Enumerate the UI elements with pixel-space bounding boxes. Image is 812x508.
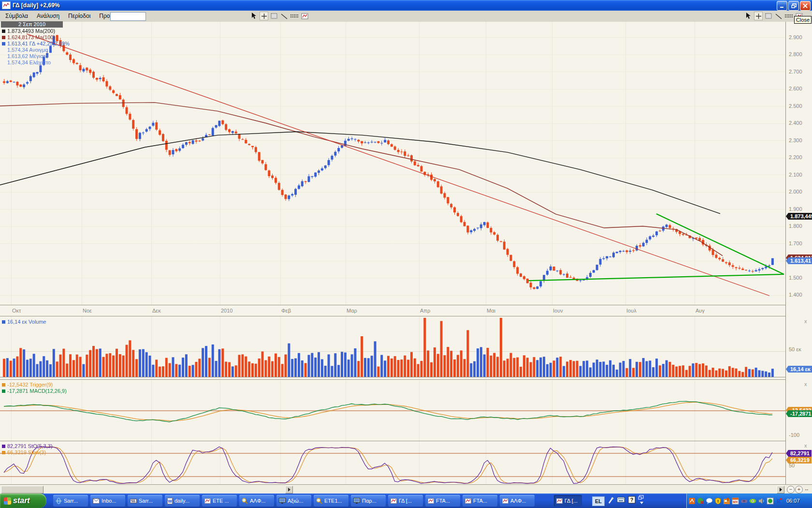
axis-label-1.400: 1.400: [789, 292, 802, 298]
chart-icon: [556, 498, 563, 504]
taskbar-clock[interactable]: 06:07: [786, 498, 800, 504]
legend-row-1: 1.624,8173 Ma(100): [2, 34, 55, 40]
taskbar-button-ete[interactable]: ETE ...: [202, 495, 237, 507]
help-icon[interactable]: ?: [628, 496, 636, 504]
tray-app-orange-icon[interactable]: [688, 497, 696, 505]
tray-antivirus-icon[interactable]: [697, 497, 704, 505]
restore-toolbar-icon[interactable]: [638, 495, 644, 500]
taskbar-button-sarr[interactable]: Sarr...: [128, 495, 162, 507]
restore-button[interactable]: [788, 1, 799, 11]
month-label-Νοε: Νοε: [83, 308, 92, 314]
stochastic-chart-canvas[interactable]: [0, 442, 785, 484]
chart-icon: [465, 498, 471, 504]
application-window: ΓΔ [daily] +2,69% ΣύμβολαΑνάλυσηΠερίοδοι…: [0, 0, 812, 508]
stochastic-panel-close-icon[interactable]: x: [804, 443, 807, 448]
region-tool-icon[interactable]: [270, 12, 278, 20]
scroll-end-icon[interactable]: [777, 486, 784, 493]
taskbar-button-sarr[interactable]: Sarr...: [53, 495, 88, 507]
close-button[interactable]: [800, 1, 811, 11]
taskbar-button-daily[interactable]: Wdaily...: [165, 495, 200, 507]
fit-width-icon[interactable]: ↔: [803, 486, 810, 493]
axis-label-2.900: 2.900: [789, 34, 802, 40]
tray-icons: !MXR: [687, 497, 783, 505]
legend-bullet: [2, 30, 5, 33]
taskbar-button-αλφ[interactable]: ΑΛΦ...: [500, 495, 535, 507]
region-tool-icon[interactable]: [764, 12, 773, 20]
stoch-legend-row-1: 66,3219 Slow(3): [2, 449, 46, 455]
dotted-line-tool-icon[interactable]: [784, 12, 793, 20]
taskbar-button-γδ[interactable]: ΓΔ [...: [388, 495, 423, 507]
tray-speaker-icon[interactable]: [758, 497, 765, 505]
close-tooltip: Close: [794, 16, 812, 24]
macd-chart-canvas[interactable]: [0, 380, 785, 441]
stoch-legend-row-0: 82,2791 StO(5,3,3): [2, 443, 53, 449]
zoom-out-button[interactable]: −: [787, 486, 795, 493]
axis-tag-7: 66,3219: [788, 457, 812, 463]
cursor-tool-icon[interactable]: [249, 12, 258, 20]
magnifier-icon: [242, 498, 248, 504]
volume-panel-close-icon[interactable]: x: [804, 318, 807, 324]
axis-label-2.500: 2.500: [789, 103, 802, 109]
crosshair-tool-icon[interactable]: [260, 12, 268, 20]
taskbar-button-inbo[interactable]: Inbo...: [90, 495, 125, 507]
separator: [0, 441, 785, 441]
chart-save-tool-icon[interactable]: [300, 12, 309, 20]
axis-tag-6: 82,2791: [788, 450, 812, 457]
taskbar-button-αξι[interactable]: Αξιώ...: [276, 495, 311, 507]
zoom-in-button[interactable]: +: [795, 486, 803, 493]
tray-messenger-icon[interactable]: [706, 497, 713, 505]
legend-bullet: [2, 42, 5, 45]
menu-item-1[interactable]: Ανάλυση: [32, 11, 64, 22]
svg-text:!: !: [717, 499, 719, 504]
taskbar-button-fta[interactable]: FTA...: [425, 495, 460, 507]
taskbar-button-fta[interactable]: FTA...: [463, 495, 497, 507]
cursor-tool-icon[interactable]: [744, 12, 753, 20]
cursor-date-label: 2 Σεπ 2010: [1, 21, 63, 28]
taskbar-button-αλφ[interactable]: ΑΛΦ...: [239, 495, 274, 507]
start-button[interactable]: start: [0, 493, 46, 508]
tray-green-app-icon[interactable]: [767, 497, 774, 505]
crosshair-tool-icon[interactable]: [754, 12, 763, 20]
tray-binoculars-icon[interactable]: [740, 497, 748, 505]
symbol-input[interactable]: [110, 12, 146, 21]
globe-icon: [56, 498, 62, 504]
minimize-button[interactable]: [777, 1, 787, 11]
title-bar[interactable]: ΓΔ [daily] +2,69%: [0, 0, 812, 11]
keyboard-icon: [130, 498, 137, 504]
month-label-Ιουλ: Ιουλ: [626, 308, 637, 314]
axis-tag-0: 1.873,449: [788, 213, 812, 220]
keyboard-icon[interactable]: [617, 496, 625, 504]
trendline-tool-icon[interactable]: [774, 12, 783, 20]
scrollbar-thumb[interactable]: [1, 486, 44, 493]
legend-bullet: [2, 36, 5, 39]
menu-item-2[interactable]: Περίοδοι: [64, 11, 95, 22]
month-label-Απρ: Απρ: [420, 308, 430, 314]
axis-tag-3: 16,14 εκ: [788, 366, 812, 373]
legend-row-5: 1.574,34 Ελάχιστο: [2, 60, 51, 65]
toolbar-left: [249, 12, 309, 20]
tray-green-eye-icon[interactable]: [749, 497, 756, 505]
price-chart-canvas[interactable]: [0, 22, 785, 305]
macd-panel-close-icon[interactable]: x: [804, 381, 807, 387]
tray-mail-mx-icon[interactable]: MX: [732, 497, 739, 505]
windows-logo-icon: [4, 497, 11, 505]
trendline-tool-icon[interactable]: [280, 12, 289, 20]
microphone-icon[interactable]: [607, 496, 614, 505]
menu-item-0[interactable]: Σύμβολα: [1, 11, 32, 22]
tray-shield-icon[interactable]: !: [714, 497, 722, 505]
tray-blue-r-icon[interactable]: R: [775, 497, 783, 505]
language-indicator[interactable]: EL: [592, 496, 605, 506]
taskbar-button-γδ[interactable]: ΓΔ [...: [554, 495, 582, 507]
volume-chart-canvas[interactable]: [0, 316, 785, 379]
language-options-caret-icon[interactable]: [639, 501, 644, 505]
axis-label-1.800: 1.800: [789, 223, 802, 229]
taskbar: start Sarr...Inbo...Sarr...Wdaily...ETE …: [0, 493, 812, 508]
dotted-line-tool-icon[interactable]: [290, 12, 299, 20]
taskbar-button-παρ[interactable]: Παρ...: [351, 495, 386, 507]
taskbar-button-ετε1[interactable]: ΕΤΕ1...: [314, 495, 348, 507]
axis-tag-2: 1.613,41: [788, 257, 812, 264]
separator: [0, 305, 785, 305]
month-label-Οκτ: Οκτ: [12, 308, 21, 314]
scroll-right-icon[interactable]: [285, 486, 293, 493]
tray-app-orange2-icon[interactable]: [723, 497, 730, 505]
